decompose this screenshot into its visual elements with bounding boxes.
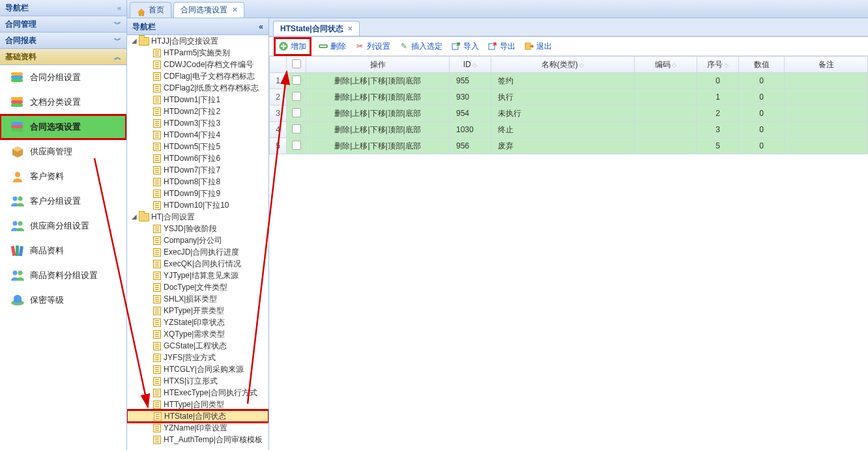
nav-customer-info[interactable]: 客户资料 bbox=[0, 164, 126, 189]
col-remark[interactable]: 备注 bbox=[785, 57, 868, 73]
tree-leaf[interactable]: SHLX|损坏类型 bbox=[127, 293, 268, 305]
col-id[interactable]: ID bbox=[450, 57, 491, 73]
row-checkbox[interactable] bbox=[287, 138, 306, 154]
delete-button[interactable]: 删除 bbox=[319, 41, 346, 52]
nav-supplier-manage[interactable]: 供应商管理 bbox=[0, 139, 126, 164]
nav-doc-category[interactable]: 文档分类设置 bbox=[0, 90, 126, 115]
tree-folder[interactable]: ◢HTJJ|合同交接设置 bbox=[127, 35, 268, 47]
tree-leaf[interactable]: HTExecType|合同执行方式 bbox=[127, 387, 268, 399]
table-row[interactable]: 3删除|上移|下移|顶部|底部954未执行20 bbox=[270, 105, 868, 122]
col-name[interactable]: 名称(类型) bbox=[491, 57, 635, 73]
svg-point-0 bbox=[15, 172, 20, 177]
chevron-down-icon[interactable]: ︾ bbox=[114, 16, 121, 33]
tree-folder[interactable]: ◢HT|合同设置 bbox=[127, 211, 268, 223]
tree-leaf[interactable]: HTDown7|下拉7 bbox=[127, 164, 268, 176]
checkbox-icon[interactable] bbox=[292, 108, 301, 117]
nav-contract-option[interactable]: 合同选项设置 bbox=[0, 115, 126, 139]
tree-leaf[interactable]: HTDown2|下拉2 bbox=[127, 105, 268, 117]
checkbox-icon[interactable] bbox=[292, 92, 301, 101]
tree-leaf[interactable]: DocType|文件类型 bbox=[127, 281, 268, 293]
export-button[interactable]: 导出 bbox=[488, 41, 515, 52]
row-checkbox[interactable] bbox=[287, 122, 306, 138]
tree-header[interactable]: 导航栏 « bbox=[127, 18, 268, 35]
col-checkbox[interactable] bbox=[287, 57, 306, 73]
chevron-up-icon[interactable]: ︽ bbox=[114, 49, 121, 65]
row-ops[interactable]: 删除|上移|下移|顶部|底部 bbox=[306, 73, 450, 89]
table-row[interactable]: 1删除|上移|下移|顶部|底部955签约00 bbox=[270, 73, 868, 89]
close-icon[interactable]: × bbox=[233, 3, 237, 18]
tree-leaf[interactable]: CDFlag|电子文档存档标志 bbox=[127, 70, 268, 82]
tree-leaf[interactable]: KPType|开票类型 bbox=[127, 305, 268, 316]
tree-leaf[interactable]: ExecJD|合同执行进度 bbox=[127, 246, 268, 258]
sub-tab-htstate[interactable]: HTState|合同状态 × bbox=[273, 21, 360, 36]
row-ops[interactable]: 删除|上移|下移|顶部|底部 bbox=[306, 89, 450, 105]
row-ops[interactable]: 删除|上移|下移|顶部|底部 bbox=[306, 122, 450, 138]
checkbox-icon[interactable] bbox=[292, 76, 301, 85]
tree-leaf[interactable]: YZName|印章设置 bbox=[127, 422, 268, 434]
tree-leaf[interactable]: HTDown3|下拉3 bbox=[127, 117, 268, 129]
tree-leaf[interactable]: XQType|需求类型 bbox=[127, 328, 268, 340]
tree-leaf[interactable]: HTType|合同类型 bbox=[127, 399, 268, 410]
nav-contract-group[interactable]: 合同分组设置 bbox=[0, 65, 126, 90]
col-value[interactable]: 数值 bbox=[739, 57, 785, 73]
row-checkbox[interactable] bbox=[287, 73, 306, 89]
tree-leaf[interactable]: YZState|印章状态 bbox=[127, 316, 268, 328]
accordion-3[interactable]: 基础资料︽ bbox=[0, 49, 126, 65]
col-op[interactable]: 操作 bbox=[306, 57, 450, 73]
tree-leaf[interactable]: HTCGLY|合同采购来源 bbox=[127, 363, 268, 375]
collapse-icon[interactable]: ◢ bbox=[130, 211, 139, 223]
tab-home[interactable]: 首页 bbox=[130, 2, 171, 18]
row-checkbox[interactable] bbox=[287, 105, 306, 122]
tree-leaf[interactable]: YSJD|验收阶段 bbox=[127, 223, 268, 234]
nav-supplier-group[interactable]: 供应商分组设置 bbox=[0, 214, 126, 238]
table-row[interactable]: 2删除|上移|下移|顶部|底部930执行10 bbox=[270, 89, 868, 105]
tree-leaf[interactable]: CDFlag2|纸质文档存档标志 bbox=[127, 82, 268, 94]
tree-leaf[interactable]: JYFS|营业方式 bbox=[127, 352, 268, 363]
tree-leaf[interactable]: HTDown9|下拉9 bbox=[127, 188, 268, 199]
row-ops[interactable]: 删除|上移|下移|顶部|底部 bbox=[306, 105, 450, 122]
exit-button[interactable]: 退出 bbox=[525, 41, 552, 52]
columns-button[interactable]: ✂ 列设置 bbox=[355, 41, 390, 52]
tree-leaf[interactable]: HTState|合同状态 bbox=[127, 410, 268, 422]
nav-customer-group[interactable]: 客户分组设置 bbox=[0, 189, 126, 214]
tree-leaf[interactable]: YJType|结算意见来源 bbox=[127, 270, 268, 281]
tree-leaf[interactable]: GCState|工程状态 bbox=[127, 340, 268, 352]
row-checkbox[interactable] bbox=[287, 89, 306, 105]
col-seq[interactable]: 序号 bbox=[697, 57, 739, 73]
close-icon[interactable]: × bbox=[348, 21, 353, 36]
table-row[interactable]: 5删除|上移|下移|顶部|底部956废弃50 bbox=[270, 138, 868, 154]
collapse-icon[interactable]: ◢ bbox=[130, 35, 139, 47]
checkbox-icon[interactable] bbox=[292, 141, 301, 150]
tree-leaf[interactable]: HTDown6|下拉6 bbox=[127, 152, 268, 164]
tree-leaf[interactable]: HTXS|订立形式 bbox=[127, 375, 268, 387]
minus-icon bbox=[319, 42, 328, 51]
chevron-left-icon[interactable]: « bbox=[117, 0, 121, 16]
tree-leaf[interactable]: HTDown8|下拉8 bbox=[127, 176, 268, 188]
nav-secrecy-level[interactable]: 保密等级 bbox=[0, 288, 126, 313]
tab-contract-option[interactable]: 合同选项设置 × bbox=[173, 2, 244, 18]
tree-leaf[interactable]: HTDown5|下拉5 bbox=[127, 141, 268, 152]
accordion-0[interactable]: 导航栏« bbox=[0, 0, 126, 16]
tree-leaf[interactable]: Company|分公司 bbox=[127, 234, 268, 246]
checkbox-icon[interactable] bbox=[292, 59, 301, 68]
checkbox-icon[interactable] bbox=[292, 124, 301, 134]
tree-leaf[interactable]: HTDown10|下拉10 bbox=[127, 199, 268, 211]
row-ops[interactable]: 删除|上移|下移|顶部|底部 bbox=[306, 138, 450, 154]
col-code[interactable]: 编码 bbox=[635, 57, 697, 73]
tree-leaf[interactable]: HT_AuthTemp|合同审核模板 bbox=[127, 434, 268, 445]
insert-button[interactable]: ✎ 插入选定 bbox=[399, 41, 442, 52]
tree-leaf[interactable]: HTDown1|下拉1 bbox=[127, 94, 268, 105]
nav-product-group[interactable]: 商品资料分组设置 bbox=[0, 263, 126, 288]
chevron-left-icon[interactable]: « bbox=[259, 18, 263, 35]
accordion-2[interactable]: 合同报表︾ bbox=[0, 33, 126, 49]
tree-leaf[interactable]: HTParm5|实施类别 bbox=[127, 47, 268, 59]
chevron-down-icon[interactable]: ︾ bbox=[114, 33, 121, 49]
tree-leaf[interactable]: ExecQK|合同执行情况 bbox=[127, 258, 268, 270]
accordion-1[interactable]: 合同管理︾ bbox=[0, 16, 126, 33]
tree-leaf[interactable]: CDWJCode|存档文件编号 bbox=[127, 59, 268, 70]
import-button[interactable]: 导入 bbox=[452, 41, 479, 52]
nav-product-info[interactable]: 商品资料 bbox=[0, 238, 126, 263]
tree-leaf[interactable]: HTDown4|下拉4 bbox=[127, 129, 268, 141]
add-button[interactable]: 增加 bbox=[276, 39, 310, 54]
table-row[interactable]: 4删除|上移|下移|顶部|底部1030终止30 bbox=[270, 122, 868, 138]
